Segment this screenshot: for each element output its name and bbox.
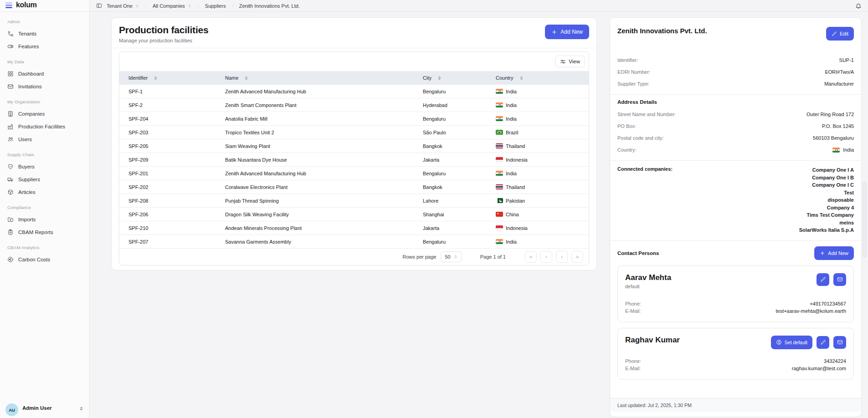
table-row[interactable]: SPF-203 Tropico Textiles Unit 2 São Paul… bbox=[119, 126, 589, 139]
supplier-detail-panel: Zenith Innovations Pvt. Ltd. Edit Identi… bbox=[610, 17, 862, 417]
table-header-row: Identifier Name City Country bbox=[119, 71, 589, 85]
user-menu[interactable]: AU Admin User bbox=[0, 401, 89, 418]
breadcrumb-tenant[interactable]: Tenant One bbox=[107, 3, 139, 9]
email-contact-button[interactable] bbox=[833, 273, 846, 286]
add-new-facility-button[interactable]: Add New bbox=[545, 25, 589, 39]
cell-name: Punjab Thread Spinning bbox=[216, 194, 414, 207]
supplier-fields: Identifier: SUP-1 EORI Number: EORI#Two/… bbox=[617, 54, 854, 90]
sidebar-item-imports[interactable]: Imports bbox=[5, 213, 85, 226]
table-row[interactable]: SPF-1 Zenith Advanced Manufacturing Hub … bbox=[119, 85, 589, 98]
table-row[interactable]: SPF-209 Batik Nusantara Dye House Jakart… bbox=[119, 153, 589, 167]
folder-import-icon bbox=[7, 216, 14, 223]
sort-icon[interactable] bbox=[244, 76, 249, 81]
phone-label: Phone: bbox=[625, 357, 641, 365]
sidebar-item-articles[interactable]: Articles bbox=[5, 186, 85, 199]
kolum-logo-icon bbox=[5, 2, 12, 8]
mail-icon bbox=[7, 83, 14, 90]
truck-icon bbox=[7, 176, 14, 183]
table-row[interactable]: SPF-2 Zenith Smart Components Plant Hyde… bbox=[119, 98, 589, 112]
column-header[interactable]: Identifier bbox=[119, 71, 216, 85]
sort-icon[interactable] bbox=[519, 76, 524, 81]
cell-country: India bbox=[487, 98, 589, 112]
add-contact-button[interactable]: Add New bbox=[814, 246, 854, 260]
first-page-button[interactable] bbox=[525, 251, 537, 263]
view-options-button[interactable]: View bbox=[555, 56, 585, 67]
page-subtitle: Manage your production facilities bbox=[119, 38, 209, 43]
cell-name: Zenith Smart Components Plant bbox=[216, 98, 414, 112]
country-flag-icon bbox=[496, 130, 503, 135]
edit-supplier-button[interactable]: Edit bbox=[826, 27, 854, 41]
next-page-button[interactable] bbox=[556, 251, 568, 263]
cell-name: Zenith Advanced Manufacturing Hub bbox=[216, 85, 414, 98]
previous-page-button[interactable] bbox=[540, 251, 552, 263]
table-row[interactable]: SPF-208 Punjab Thread Spinning Lahore Pa… bbox=[119, 194, 589, 208]
country-flag-icon bbox=[496, 157, 503, 162]
country-flag-icon bbox=[496, 89, 503, 94]
add-new-label: Add New bbox=[560, 29, 583, 35]
scrollbar-thumb[interactable] bbox=[863, 182, 867, 257]
edit-contact-button[interactable] bbox=[817, 336, 829, 349]
rows-per-page-select[interactable]: 50 bbox=[441, 251, 462, 262]
table-row[interactable]: SPF-204 Anatolia Fabric Mill Bengaluru I… bbox=[119, 112, 589, 126]
edit-label: Edit bbox=[840, 31, 848, 36]
cell-country: Indonesia bbox=[487, 153, 589, 166]
rows-per-page-value: 50 bbox=[445, 254, 450, 260]
cell-identifier: SPF-204 bbox=[119, 112, 216, 125]
table-row[interactable]: SPF-210 Andean Minerals Processing Plant… bbox=[119, 221, 589, 235]
info-value: India bbox=[843, 147, 854, 153]
info-value: EORI#Two/A bbox=[825, 69, 854, 75]
email-contact-button[interactable] bbox=[833, 336, 846, 349]
sort-icon[interactable] bbox=[437, 76, 442, 81]
country-flag-icon bbox=[496, 212, 503, 217]
sort-icon[interactable] bbox=[153, 76, 158, 81]
table-row[interactable]: SPF-202 Coralwave Electronics Plant Bang… bbox=[119, 180, 589, 194]
sidebar-item-features[interactable]: Features bbox=[5, 40, 85, 53]
connected-companies: Connected companies: Company One I A Com… bbox=[617, 166, 854, 234]
edit-contact-button[interactable] bbox=[817, 273, 829, 286]
sidebar-item-invitations[interactable]: Invitations bbox=[5, 80, 85, 93]
sidebar-toggle-button[interactable] bbox=[96, 3, 102, 9]
connected-company: Company One I C bbox=[799, 181, 854, 189]
info-value: 560103 Bengaluru bbox=[813, 135, 854, 141]
phone-value: 34324224 bbox=[824, 357, 846, 365]
set-default-contact-button[interactable]: Set default bbox=[771, 336, 812, 349]
table-row[interactable]: SPF-206 Dragon Silk Weaving Facility Sha… bbox=[119, 208, 589, 221]
package-icon bbox=[7, 189, 14, 195]
country-flag-icon bbox=[496, 198, 503, 203]
breadcrumb-company[interactable]: All Companies bbox=[153, 3, 192, 9]
country-flag-icon bbox=[496, 184, 503, 189]
sidebar-item-suppliers[interactable]: Suppliers bbox=[5, 173, 85, 186]
table-row[interactable]: SPF-205 Siam Weaving Plant Bangkok Thail… bbox=[119, 139, 589, 153]
cell-city: Bengaluru bbox=[414, 85, 487, 98]
euro-coin-icon bbox=[7, 256, 14, 263]
notifications-button[interactable] bbox=[855, 3, 862, 9]
breadcrumb-suppliers[interactable]: Suppliers bbox=[205, 3, 226, 9]
sidebar-item-label: CBAM Reports bbox=[18, 229, 53, 235]
column-header[interactable]: Country bbox=[487, 71, 589, 85]
column-header[interactable]: Name bbox=[216, 71, 414, 85]
sidebar-item-production-facilities[interactable]: Production Facilities bbox=[5, 120, 85, 133]
sidebar-item-companies[interactable]: Companies bbox=[5, 107, 85, 120]
sidebar-item-tenants[interactable]: Tenants bbox=[5, 27, 85, 40]
sidebar-item-cbam-reports[interactable]: CBAM Reports bbox=[5, 226, 85, 239]
table-row[interactable]: SPF-201 Zenith Advanced Manufacturing Hu… bbox=[119, 167, 589, 180]
cell-identifier: SPF-207 bbox=[119, 235, 216, 248]
cell-city: Lahore bbox=[414, 194, 487, 207]
table-row[interactable]: SPF-207 Savanna Garments Assembly Bengal… bbox=[119, 235, 589, 249]
phone-value: +491701234567 bbox=[810, 300, 846, 307]
contact-card: Aarav Mehta default Phone: +491701234567 bbox=[617, 265, 854, 322]
chevron-updown-icon bbox=[187, 4, 192, 8]
column-header[interactable]: City bbox=[414, 71, 487, 85]
info-row: EORI Number: EORI#Two/A bbox=[617, 66, 854, 78]
user-name: Admin User bbox=[22, 405, 52, 411]
sidebar-item-buyers[interactable]: Buyers bbox=[5, 160, 85, 173]
sidebar: kolum Admin Tenants Features My Data Das… bbox=[0, 0, 90, 418]
sidebar-item-label: Features bbox=[18, 44, 39, 49]
app-logo[interactable]: kolum bbox=[0, 0, 89, 12]
cell-country: Indonesia bbox=[487, 221, 589, 234]
cell-name: Zenith Advanced Manufacturing Hub bbox=[216, 167, 414, 180]
last-page-button[interactable] bbox=[571, 251, 583, 263]
sidebar-item-dashboard[interactable]: Dashboard bbox=[5, 67, 85, 80]
sidebar-item-users[interactable]: Users bbox=[5, 133, 85, 146]
sidebar-item-carbon-costs[interactable]: Carbon Costs bbox=[5, 253, 85, 266]
